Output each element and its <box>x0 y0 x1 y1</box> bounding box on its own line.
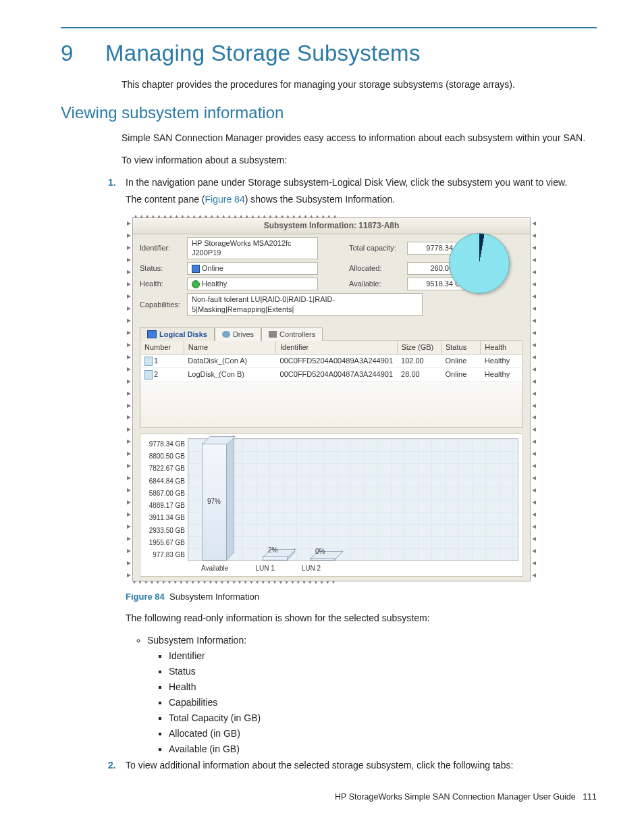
step-1: 1. In the navigation pane under Storage … <box>108 176 597 756</box>
tab-controllers[interactable]: Controllers <box>261 328 323 341</box>
tab-logical-disks[interactable]: Logical Disks <box>140 328 215 341</box>
step-1b-pre: The content pane ( <box>126 194 205 205</box>
bullet-capabilities: Capabilities <box>169 696 597 709</box>
disk-icon <box>144 357 153 366</box>
step-2-text: To view additional information about the… <box>126 760 513 771</box>
available-label: Available: <box>349 279 403 289</box>
chapter-title: Managing Storage Subsystems <box>105 41 421 66</box>
figure-caption: Figure 84 Subsystem Information <box>126 591 597 603</box>
capacity-bar-chart: 9778.34 GB 8800.50 GB 7822.67 GB 6844.84… <box>140 434 523 577</box>
stamp-left: ▲▲▲▲▲▲▲▲▲▲▲▲▲▲▲▲▲▲▲▲▲▲▲▲▲▲▲▲▲▲ <box>126 217 132 581</box>
table-row[interactable]: 2 LogDisk_(Con B) 00C0FFD5204A00487A3A24… <box>140 367 523 381</box>
bullet-status: Status <box>169 665 597 678</box>
bullet-available: Available (in GB) <box>169 743 597 756</box>
capabilities-value: Non-fault tolerant LU|RAID-0|RAID-1|RAID… <box>187 293 423 316</box>
page-footer: HP StorageWorks Simple SAN Connection Ma… <box>61 792 597 802</box>
table-row[interactable]: 1 DataDisk_(Con A) 00C0FFD5204A00489A3A2… <box>140 354 523 367</box>
bullet-subsystem-info: Subsystem Information: <box>147 634 597 647</box>
col-name[interactable]: Name <box>184 340 275 354</box>
window-title: Subsystem Information: 11873-A8h <box>133 218 530 234</box>
col-size[interactable]: Size (GB) <box>397 340 441 354</box>
footer-title: HP StorageWorks Simple SAN Connection Ma… <box>335 792 576 802</box>
step-2: 2. To view additional information about … <box>108 759 597 772</box>
chart-x-axis: Available LUN 1 LUN 2 <box>188 564 518 573</box>
step-1-marker: 1. <box>108 176 116 189</box>
figure-84: ▲ ▲ ▲ ▲ ▲ ▲ ▲ ▲ ▲ ▲ ▲ ▲ ▲ ▲ ▲ ▲ ▲ ▲ ▲ ▲ … <box>126 212 537 586</box>
chart-y-axis: 9778.34 GB 8800.50 GB 7822.67 GB 6844.84… <box>143 440 185 560</box>
step-1-text: In the navigation pane under Storage sub… <box>126 177 567 188</box>
chart-plot-area: 97% 2% <box>188 438 518 561</box>
col-number[interactable]: Number <box>140 340 184 354</box>
bullet-identifier: Identifier <box>169 650 597 662</box>
logical-disk-icon <box>147 330 157 338</box>
figure-label: Figure 84 <box>126 592 165 602</box>
identifier-value: HP StorageWorks MSA2012fc J200P19 <box>187 237 318 260</box>
logical-disks-table: Number Name Identifier Size (GB) Status … <box>140 340 523 428</box>
controller-icon <box>269 331 277 338</box>
bullet-health: Health <box>169 681 597 694</box>
subsystem-info-window: Subsystem Information: 11873-A8h Identif… <box>132 217 531 581</box>
section-heading: Viewing subsystem information <box>61 103 597 122</box>
after-figure-text: The following read-only information is s… <box>126 612 597 625</box>
capacity-pie-chart <box>449 233 516 301</box>
capabilities-label: Capabilities: <box>140 300 183 310</box>
total-capacity-label: Total capacity: <box>349 243 403 253</box>
status-label: Status: <box>140 263 183 273</box>
identifier-label: Identifier: <box>140 243 183 253</box>
top-rule <box>61 27 597 28</box>
allocated-label: Allocated: <box>349 263 403 273</box>
figure-caption-text: Subsystem Information <box>169 592 259 602</box>
health-label: Health: <box>140 279 183 289</box>
step-2-marker: 2. <box>108 759 116 772</box>
chapter-number: 9 <box>61 41 105 66</box>
bullet-total-capacity: Total Capacity (in GB) <box>169 712 597 725</box>
stamp-bottom: ▲ ▲ ▲ ▲ ▲ ▲ ▲ ▲ ▲ ▲ ▲ ▲ ▲ ▲ ▲ ▲ ▲ ▲ ▲ ▲ … <box>126 581 537 587</box>
col-health[interactable]: Health <box>481 340 523 354</box>
health-icon <box>192 280 200 288</box>
tab-bar: Logical Disks Drives Controllers <box>133 320 530 340</box>
section-p2: To view information about a subsystem: <box>122 154 597 167</box>
col-identifier[interactable]: Identifier <box>276 340 398 354</box>
section-p1: Simple SAN Connection Manager provides e… <box>122 132 597 145</box>
footer-page-number: 111 <box>583 792 597 802</box>
online-icon <box>192 265 200 273</box>
health-value: Healthy <box>187 278 318 290</box>
bullet-allocated: Allocated (in GB) <box>169 727 597 740</box>
status-value: Online <box>187 262 318 275</box>
chapter-heading: 9Managing Storage Subsystems <box>61 41 597 66</box>
step-1b-post: ) shows the Subsystem Information. <box>245 194 396 205</box>
stamp-top: ▲ ▲ ▲ ▲ ▲ ▲ ▲ ▲ ▲ ▲ ▲ ▲ ▲ ▲ ▲ ▲ ▲ ▲ ▲ ▲ … <box>126 212 537 217</box>
drive-icon <box>222 331 230 338</box>
intro-text: This chapter provides the procedures for… <box>122 78 597 91</box>
figure-84-link[interactable]: Figure 84 <box>205 194 245 205</box>
col-status[interactable]: Status <box>441 340 480 354</box>
disk-icon <box>144 370 153 380</box>
stamp-right: ▲▲▲▲▲▲▲▲▲▲▲▲▲▲▲▲▲▲▲▲▲▲▲▲▲▲▲▲▲▲ <box>531 217 537 581</box>
tab-drives[interactable]: Drives <box>215 328 261 341</box>
